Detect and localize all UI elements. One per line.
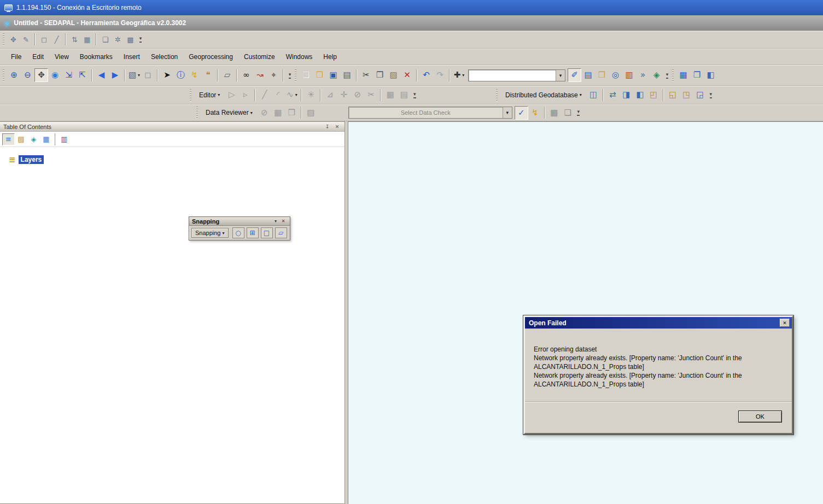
toolbar-grip[interactable]	[190, 89, 191, 101]
toolbar-grip[interactable]	[196, 107, 198, 119]
open-icon[interactable]: ❒	[313, 68, 326, 82]
python-window-icon[interactable]: »	[636, 68, 650, 82]
trace-tool-icon[interactable]: ∿▾	[285, 88, 299, 102]
menu-insert[interactable]: Insert	[118, 50, 145, 64]
select-features-icon[interactable]: ▧▾	[127, 68, 141, 82]
import-xml-workspace-icon[interactable]: ◳	[680, 88, 693, 102]
catalog-window-icon[interactable]: ❒	[595, 68, 609, 82]
toolbar-grip[interactable]	[3, 33, 4, 45]
point-snapping-icon[interactable]: ○	[232, 227, 244, 238]
fixed-zoom-out-icon[interactable]: ⇱	[75, 68, 89, 82]
toolbox-window-icon[interactable]: ▥	[622, 68, 636, 82]
menu-edit[interactable]: Edit	[27, 50, 49, 64]
zoom-in-icon[interactable]: ⊕	[7, 68, 21, 82]
commit-results-icon[interactable]: ❏	[561, 106, 575, 120]
cut-polygons-icon[interactable]: ⊘	[351, 88, 364, 102]
data-reviewer-menu-button[interactable]: Data Reviewer ▾	[202, 107, 256, 118]
undo-icon[interactable]: ↶	[419, 68, 433, 82]
editor-toolbar-options-icon[interactable]: ▾	[411, 89, 418, 101]
identify-icon[interactable]: ⓘ	[174, 68, 188, 82]
dialog-titlebar[interactable]: Open Failed ✕	[525, 317, 792, 329]
toc-options-icon[interactable]: ▥	[58, 133, 71, 145]
select-data-check-dropdown[interactable]: ▾	[503, 107, 512, 118]
toolbar-grip[interactable]	[3, 69, 4, 81]
vertex-snapping-icon[interactable]: □	[261, 227, 273, 238]
standard-toolbar-options-icon[interactable]: ▾	[663, 69, 671, 81]
toc-layers-label[interactable]: Layers	[19, 155, 44, 164]
find-route-icon[interactable]: ↝	[253, 68, 267, 82]
table-pair-tool-icon[interactable]: ❏	[99, 33, 112, 46]
pin-icon[interactable]: ↧	[323, 123, 331, 130]
export-data-changes-icon[interactable]: ◨	[620, 88, 633, 102]
end-snapping-icon[interactable]: ⊞	[247, 227, 259, 238]
menu-help[interactable]: Help	[318, 50, 342, 64]
clear-selected-features-icon[interactable]: ◻	[141, 68, 155, 82]
menu-windows[interactable]: Windows	[281, 50, 318, 64]
mini-toolbar-options-icon[interactable]: ▾	[137, 33, 144, 46]
modelbuilder-window-icon[interactable]: ◈	[650, 68, 663, 82]
select-data-check-combo[interactable]: Select Data Check ▾	[348, 107, 512, 119]
list-by-source-icon[interactable]: ▤	[15, 133, 27, 145]
ok-button[interactable]: OK	[738, 411, 782, 423]
list-by-selection-icon[interactable]: ▦	[40, 133, 52, 145]
find-icon[interactable]: ∞	[240, 68, 253, 82]
menu-selection[interactable]: Selection	[145, 50, 183, 64]
toolbar-grip[interactable]	[496, 89, 498, 101]
map-canvas[interactable]	[348, 121, 823, 504]
browse-features-icon[interactable]: ❐	[285, 106, 299, 120]
select-elements-icon[interactable]: ➤	[160, 68, 174, 82]
batch-validate-icon[interactable]: ↯	[528, 106, 542, 120]
edit-tool-icon[interactable]: ▷	[225, 88, 238, 102]
go-to-xy-icon[interactable]: ⌖	[267, 68, 281, 82]
fixed-zoom-in-icon[interactable]: ⇲	[62, 68, 75, 82]
dgdb-toolbar-options-icon[interactable]: ▾	[707, 89, 715, 101]
sketch-edit-tool-icon[interactable]: ✎	[20, 33, 32, 46]
reviewer-results-icon[interactable]: ▦	[547, 106, 561, 120]
hyperlink-icon[interactable]: ↯	[188, 68, 201, 82]
close-icon[interactable]: ✕	[780, 319, 790, 327]
paste-icon[interactable]: ▨	[387, 68, 400, 82]
tools-toolbar-options-icon[interactable]: ▾	[286, 69, 294, 81]
save-icon[interactable]: ▣	[326, 68, 340, 82]
back-extent-icon[interactable]: ◀	[95, 68, 108, 82]
georeferencing-tool-icon[interactable]: ◧	[704, 68, 717, 82]
list-by-drawing-order-icon[interactable]: ≡	[2, 133, 15, 145]
endpoint-arc-segment-icon[interactable]: ◜	[271, 88, 285, 102]
distributed-geodatabase-menu-button[interactable]: Distributed Geodatabase ▾	[501, 90, 586, 101]
scale-combo[interactable]: ▾	[468, 69, 565, 81]
snapping-titlebar[interactable]: Snapping ▾ ✕	[189, 217, 290, 226]
overflow-tool-icon[interactable]: ❐	[690, 68, 704, 82]
list-by-visibility-icon[interactable]: ◈	[27, 133, 40, 145]
edit-annotation-tool-icon[interactable]: ▹	[238, 88, 252, 102]
copy-icon[interactable]: ❐	[373, 68, 387, 82]
chevron-down-icon[interactable]: ▾	[272, 218, 279, 225]
cut-icon[interactable]: ✂	[359, 68, 373, 82]
select-features-dropdown-icon[interactable]: ▾	[138, 73, 140, 78]
matrix-tool-icon[interactable]: ▩	[124, 33, 137, 46]
snapping-menu-button[interactable]: Snapping ▾	[191, 228, 229, 238]
export-acknowledgement-icon[interactable]: ◰	[647, 88, 661, 102]
zoom-out-icon[interactable]: ⊖	[21, 68, 34, 82]
menu-view[interactable]: View	[49, 50, 74, 64]
add-data-dropdown-icon[interactable]: ▾	[462, 73, 464, 78]
scale-combo-dropdown[interactable]: ▾	[556, 70, 565, 81]
editor-menu-button[interactable]: Editor ▾	[195, 90, 224, 101]
trace-line-tool-icon[interactable]: ╱	[50, 33, 63, 46]
export-xml-workspace-icon[interactable]: ◱	[666, 88, 680, 102]
menu-geoprocessing[interactable]: Geoprocessing	[183, 50, 238, 64]
reviewer-session-icon[interactable]: ⊘	[258, 106, 271, 120]
reshape-feature-icon[interactable]: ⊿	[323, 88, 337, 102]
extract-data-icon[interactable]: ◲	[693, 88, 707, 102]
menu-customize[interactable]: Customize	[238, 50, 281, 64]
synchronize-changes-icon[interactable]: ⇄	[606, 88, 620, 102]
full-extent-icon[interactable]: ◉	[48, 68, 62, 82]
search-window-icon[interactable]: ◎	[609, 68, 622, 82]
star-tool-icon[interactable]: ✲	[112, 33, 124, 46]
selection-box-tool-icon[interactable]: ◻	[38, 33, 50, 46]
split-tool-icon[interactable]: ✂	[364, 88, 378, 102]
print-icon[interactable]: ▤	[340, 68, 354, 82]
new-map-icon[interactable]: ❏	[299, 68, 313, 82]
attribute-table-icon[interactable]: ▦	[676, 68, 690, 82]
reviewer-toolbar-options-icon[interactable]: ▾	[575, 107, 582, 119]
delete-icon[interactable]: ✕	[400, 68, 414, 82]
